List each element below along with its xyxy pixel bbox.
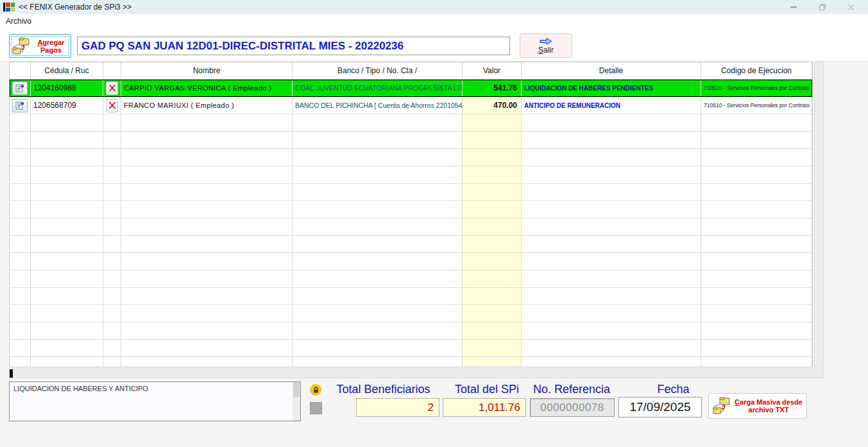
detalle-cell <box>522 201 701 218</box>
codigo-cell <box>701 340 812 357</box>
delete-cell <box>103 184 121 201</box>
table-vertical-scrollbar[interactable] <box>814 62 824 367</box>
cedula-cell <box>31 288 103 305</box>
codigo-cell <box>701 149 812 166</box>
detalle-cell: LIQUIDACION DE HABERES PENDIENTES <box>522 80 701 97</box>
maximize-button[interactable] <box>808 0 837 14</box>
detalle-cell <box>522 166 701 184</box>
detalle-cell <box>522 357 701 367</box>
table-horizontal-scrollbar[interactable] <box>9 369 824 378</box>
codigo-cell <box>701 166 812 184</box>
nombre-cell <box>121 288 293 305</box>
header-detalle: Detalle <box>522 62 701 80</box>
delete-cell <box>103 114 121 132</box>
delete-row-button[interactable] <box>106 99 118 112</box>
cedula-cell <box>31 340 103 357</box>
window-title: << FENIX Generador de SPi3 >> <box>19 3 132 12</box>
codigo-cell <box>701 253 812 270</box>
delete-row-button[interactable] <box>106 82 118 95</box>
valor-cell <box>463 288 522 305</box>
edit-row-button[interactable] <box>12 82 28 95</box>
agregar-pagos-label: Agregar Pagos <box>34 39 68 54</box>
folders-load-icon <box>713 396 732 416</box>
referencia-value: 0000000078 <box>530 398 615 417</box>
referencia-label: No. Referencia <box>527 383 616 396</box>
fecha-input[interactable]: 17/09/2025 <box>618 397 702 417</box>
codigo-cell <box>701 270 812 288</box>
codigo-cell <box>701 184 812 201</box>
header-codigo: Codigo de Ejecucion <box>701 62 812 80</box>
edit-cell <box>10 288 31 305</box>
edit-cell <box>10 357 31 367</box>
table-row <box>10 201 812 218</box>
cedula-cell <box>31 357 103 367</box>
header-edit-col <box>10 62 31 80</box>
detalle-cell <box>522 114 701 132</box>
valor-cell <box>463 114 522 132</box>
banco-cell <box>293 270 463 288</box>
valor-cell: 470.00 <box>463 97 522 114</box>
nombre-cell: CARPIO VARGAS VERONICA ( Empleado ) <box>121 80 293 97</box>
valor-cell <box>463 270 522 288</box>
header-nombre: Nombre <box>121 62 293 80</box>
edit-cell <box>10 270 31 288</box>
agregar-pagos-button[interactable]: Agregar Pagos <box>9 34 71 58</box>
edit-row-button[interactable] <box>12 99 28 112</box>
table-row <box>10 114 812 132</box>
cedula-cell <box>31 236 103 253</box>
valor-cell <box>463 236 522 253</box>
salir-button[interactable]: Salir <box>520 33 572 58</box>
nombre-cell <box>121 357 293 367</box>
cedula-cell <box>31 114 103 132</box>
delete-cell <box>103 132 121 149</box>
edit-cell <box>10 201 31 218</box>
total-beneficiarios-label: Total Beneficiarios <box>324 383 443 396</box>
scrollbar-thumb[interactable] <box>10 369 13 378</box>
codigo-cell: 710510 - Servicios Personales por Contra… <box>701 80 812 97</box>
cedula-cell <box>31 218 103 236</box>
detalle-cell <box>522 322 701 340</box>
edit-cell <box>10 97 31 114</box>
menu-bar: Archivo <box>0 14 868 28</box>
detalle-general-textarea[interactable]: LIQUIDACION DE HABERES Y ANTICIPO <box>9 381 301 421</box>
codigo-cell: 710510 - Servicios Personales por Contra… <box>701 97 812 114</box>
carga-masiva-label: Carga Masiva desde archivo TXT <box>735 398 803 414</box>
delete-cell <box>103 357 121 367</box>
delete-x-icon <box>108 101 116 109</box>
cedula-cell <box>31 253 103 270</box>
cedula-cell <box>31 270 103 288</box>
fecha-label: Fecha <box>643 383 704 396</box>
minimize-button[interactable] <box>779 0 808 14</box>
edit-cell <box>10 114 31 132</box>
edit-cell <box>10 132 31 149</box>
close-icon[interactable] <box>837 0 865 14</box>
menu-archivo[interactable]: Archivo <box>0 15 37 27</box>
edit-cell <box>10 322 31 340</box>
total-spi-label: Total del SPi <box>446 383 528 396</box>
detalle-cell <box>522 253 701 270</box>
banco-cell <box>293 149 463 166</box>
gray-square-button[interactable] <box>310 402 322 414</box>
edit-cell <box>10 218 31 236</box>
memo-scrollbar[interactable] <box>293 382 300 421</box>
cedula-cell <box>31 184 103 201</box>
delete-cell <box>103 218 121 236</box>
batch-title-input[interactable] <box>77 37 510 55</box>
header-banco: Banco / Tipo / No. Cta / <box>293 62 463 80</box>
table-row <box>10 270 812 288</box>
header-valor: Valor <box>463 62 522 80</box>
detalle-cell <box>522 149 701 166</box>
app-icon <box>3 3 15 12</box>
delete-x-icon <box>108 84 116 92</box>
nombre-cell <box>121 114 293 132</box>
valor-cell <box>463 357 522 367</box>
table-row <box>10 253 812 270</box>
app-window: << FENIX Generador de SPi3 >> Archivo <box>0 0 868 447</box>
detalle-cell <box>522 270 701 288</box>
detalle-cell: ANTICIPO DE REMUNERACION <box>522 97 701 114</box>
carga-masiva-button[interactable]: Carga Masiva desde archivo TXT <box>708 393 807 419</box>
edit-icon <box>15 101 24 110</box>
banco-cell <box>293 357 463 367</box>
banco-cell <box>293 236 463 253</box>
lock-icon <box>310 384 321 396</box>
